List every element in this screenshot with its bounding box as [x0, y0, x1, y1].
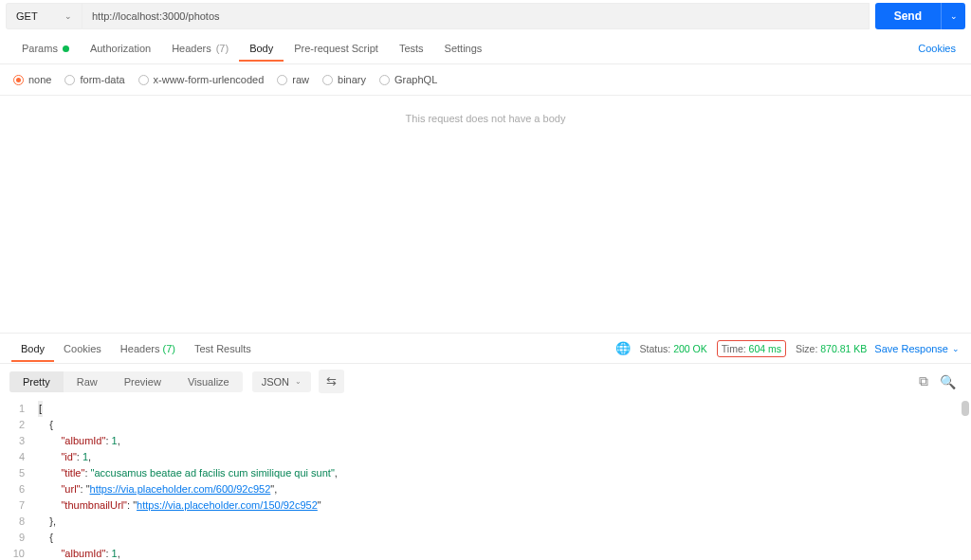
time-block: Time: 604 ms [717, 340, 786, 357]
save-response-button[interactable]: Save Response ⌄ [874, 343, 960, 354]
request-tabs: Params Authorization Headers (7) Body Pr… [0, 32, 971, 64]
radio-icon [13, 75, 24, 85]
response-tab-body[interactable]: Body [11, 334, 54, 362]
radio-icon [322, 75, 333, 85]
radio-icon [277, 75, 287, 85]
url-input[interactable] [82, 3, 870, 29]
cookies-link[interactable]: Cookies [918, 43, 960, 54]
tab-body[interactable]: Body [239, 34, 284, 62]
chevron-down-icon: ⌄ [64, 11, 72, 21]
search-icon[interactable]: 🔍 [934, 370, 962, 393]
response-tab-test-results[interactable]: Test Results [185, 334, 261, 362]
body-type-graphql[interactable]: GraphQL [379, 74, 437, 85]
body-type-none[interactable]: none [13, 74, 51, 85]
wrap-icon: ⇆ [326, 374, 337, 388]
tab-authorization[interactable]: Authorization [80, 34, 161, 62]
response-tab-headers[interactable]: Headers (7) [111, 334, 185, 362]
view-pretty[interactable]: Pretty [9, 371, 64, 392]
radio-icon [138, 75, 149, 85]
size-block: Size: 870.81 KB [796, 343, 867, 354]
tab-params[interactable]: Params [11, 34, 80, 62]
radio-icon [64, 75, 75, 85]
response-toolbar: Pretty Raw Preview Visualize JSON ⌄ ⇆ ⧉ … [0, 364, 971, 399]
url-input-wrap [82, 3, 870, 29]
response-tabs: Body Cookies Headers (7) Test Results [11, 334, 261, 362]
radio-icon [379, 75, 390, 85]
scrollbar-thumb[interactable] [962, 401, 969, 416]
status-block: Status: 200 OK [640, 343, 707, 354]
response-tab-cookies[interactable]: Cookies [54, 334, 111, 362]
send-dropdown-button[interactable]: ⌄ [941, 3, 965, 29]
body-type-binary[interactable]: binary [322, 74, 366, 85]
response-meta: 🌐 Status: 200 OK Time: 604 ms Size: 870.… [615, 340, 868, 357]
code-content[interactable]: [ { "albumId": 1, "id": 1, "title": "acc… [34, 399, 971, 560]
view-mode-group: Pretty Raw Preview Visualize [9, 371, 243, 392]
view-preview[interactable]: Preview [111, 371, 174, 392]
chevron-down-icon: ⌄ [952, 344, 960, 353]
request-bar: GET ⌄ Send ⌄ [0, 0, 971, 32]
params-indicator-dot [63, 45, 69, 52]
view-visualize[interactable]: Visualize [174, 371, 243, 392]
empty-body-message: This request does not have a body [406, 113, 566, 124]
chevron-down-icon: ⌄ [295, 377, 302, 386]
response-header: Body Cookies Headers (7) Test Results 🌐 … [0, 333, 971, 364]
body-type-form-data[interactable]: form-data [64, 74, 124, 85]
view-raw[interactable]: Raw [64, 371, 111, 392]
request-body-area: This request does not have a body [0, 96, 971, 333]
body-type-urlencoded[interactable]: x-www-form-urlencoded [138, 74, 265, 85]
http-method-select[interactable]: GET ⌄ [6, 3, 82, 29]
tab-headers[interactable]: Headers (7) [161, 34, 239, 62]
tab-prerequest[interactable]: Pre-request Script [284, 34, 389, 62]
copy-icon[interactable]: ⧉ [913, 370, 934, 393]
send-button[interactable]: Send [875, 3, 941, 29]
body-type-raw[interactable]: raw [277, 74, 309, 85]
response-body-viewer[interactable]: 123456789101112131415 [ { "albumId": 1, … [0, 399, 971, 560]
tab-settings[interactable]: Settings [434, 34, 493, 62]
language-select[interactable]: JSON ⌄ [252, 371, 311, 392]
wrap-lines-button[interactable]: ⇆ [319, 370, 344, 393]
tab-tests[interactable]: Tests [389, 34, 434, 62]
globe-icon[interactable]: 🌐 [615, 341, 631, 355]
line-gutter: 123456789101112131415 [0, 399, 34, 560]
chevron-down-icon: ⌄ [950, 11, 958, 21]
http-method-value: GET [16, 10, 38, 22]
body-type-row: none form-data x-www-form-urlencoded raw… [0, 64, 971, 96]
